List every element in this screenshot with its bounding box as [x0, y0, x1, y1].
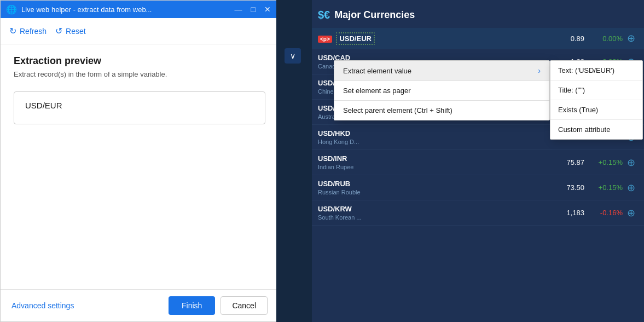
- context-item-label: Set element as pager: [343, 87, 541, 95]
- currency-code: <p> USD/EUR: [318, 34, 546, 43]
- extraction-desc: Extract record(s) in the form of a simpl…: [14, 70, 265, 78]
- advanced-settings-button[interactable]: Advanced settings: [11, 301, 74, 310]
- refresh-icon: ↻: [9, 26, 16, 36]
- minimize-button[interactable]: —: [233, 4, 245, 15]
- panel-chevron[interactable]: ∨: [285, 48, 301, 64]
- context-menu: Extract element value › Set element as p…: [334, 60, 550, 120]
- submenu-item-title[interactable]: Title: (""): [550, 81, 642, 100]
- globe-icon: 🌐: [6, 4, 17, 15]
- currency-icon: $€: [318, 9, 330, 21]
- add-button[interactable]: ⊕: [627, 157, 635, 169]
- currency-change: +0.15%: [584, 183, 623, 192]
- usdeur-code-dotted: USD/EUR: [336, 32, 375, 45]
- finish-button[interactable]: Finish: [169, 296, 215, 315]
- submenu: Text: ('USD/EUR') Title: ("") Exists (Tr…: [550, 60, 643, 140]
- currency-rate: 0.89: [546, 34, 584, 43]
- footer-right: Finish Cancel: [169, 296, 268, 315]
- context-item-label: Extract element value: [343, 67, 538, 75]
- submenu-item-text[interactable]: Text: ('USD/EUR'): [550, 61, 642, 81]
- currency-row-usdkrw[interactable]: USD/KRW South Korean ... 1,183 -0.16% ⊕: [309, 200, 644, 226]
- submenu-arrow-icon: ›: [538, 66, 541, 75]
- add-button[interactable]: ⊕: [627, 32, 635, 44]
- submenu-item-exists[interactable]: Exists (True): [550, 100, 642, 120]
- preview-box: USD/EUR: [14, 91, 265, 124]
- maximize-button[interactable]: □: [249, 4, 258, 15]
- currency-name-col: USD/RUB Russian Rouble: [318, 180, 546, 196]
- add-button[interactable]: ⊕: [627, 207, 635, 219]
- currency-title: Major Currencies: [334, 9, 415, 21]
- currency-change: +0.15%: [584, 158, 623, 166]
- refresh-label: Refresh: [20, 27, 47, 36]
- submenu-item-custom[interactable]: Custom attribute: [550, 120, 642, 139]
- currency-name: Indian Rupee: [318, 164, 546, 170]
- currency-rate: 75.87: [546, 158, 584, 166]
- dialog-title: Live web helper - extract data from web.…: [21, 5, 228, 14]
- cancel-button[interactable]: Cancel: [221, 296, 268, 315]
- currency-change: -0.16%: [584, 209, 623, 217]
- footer-left: Advanced settings: [11, 301, 169, 311]
- preview-value: USD/EUR: [25, 101, 254, 110]
- tag-p: <p>: [318, 36, 332, 43]
- currency-panel: $€ Major Currencies <p> USD/EUR 0.89 0.0…: [309, 0, 644, 322]
- dialog: 🌐 Live web helper - extract data from we…: [0, 0, 279, 322]
- context-menu-item-pager[interactable]: Set element as pager: [334, 81, 549, 101]
- reset-button[interactable]: ↺ Reset: [55, 24, 86, 38]
- currency-code: USD/HKD: [318, 129, 546, 137]
- currency-name: South Korean ...: [318, 214, 546, 221]
- reset-icon: ↺: [55, 26, 62, 36]
- currency-header: $€ Major Currencies: [309, 9, 644, 28]
- currency-name: Hong Kong D...: [318, 139, 546, 145]
- currency-code: USD/INR: [318, 154, 546, 163]
- refresh-button[interactable]: ↻ Refresh: [9, 24, 47, 38]
- currency-row-usdrub[interactable]: USD/RUB Russian Rouble 73.50 +0.15% ⊕: [309, 175, 644, 200]
- context-menu-item-parent[interactable]: Select parent element (Ctrl + Shift): [334, 101, 549, 120]
- currency-name-col: USD/KRW South Korean ...: [318, 205, 546, 221]
- add-button[interactable]: ⊕: [627, 182, 635, 194]
- currency-change: 0.00%: [584, 34, 623, 43]
- currency-code: USD/RUB: [318, 180, 546, 188]
- currency-row-usdinr[interactable]: USD/INR Indian Rupee 75.87 +0.15% ⊕: [309, 150, 644, 175]
- currency-rate: 1,183: [546, 209, 584, 217]
- dialog-footer: Advanced settings Finish Cancel: [1, 289, 279, 321]
- context-item-label: Select parent element (Ctrl + Shift): [343, 106, 541, 114]
- close-button[interactable]: ✕: [262, 4, 273, 15]
- currency-row-usdeur[interactable]: <p> USD/EUR 0.89 0.00% ⊕: [309, 28, 644, 49]
- currency-code: USD/KRW: [318, 205, 546, 213]
- dialog-toolbar: ↻ Refresh ↺ Reset: [1, 18, 279, 44]
- reset-label: Reset: [66, 27, 86, 36]
- currency-name: Russian Rouble: [318, 189, 546, 196]
- context-menu-item-extract[interactable]: Extract element value ›: [334, 61, 549, 81]
- currency-name-col: USD/INR Indian Rupee: [318, 154, 546, 170]
- dialog-content: Extraction preview Extract record(s) in …: [1, 44, 279, 289]
- dialog-titlebar: 🌐 Live web helper - extract data from we…: [1, 1, 279, 18]
- currency-rate: 73.50: [546, 183, 584, 192]
- currency-name-col: USD/HKD Hong Kong D...: [318, 129, 546, 145]
- currency-name-col: <p> USD/EUR: [318, 34, 546, 43]
- titlebar-controls: — □ ✕: [233, 4, 273, 15]
- extraction-title: Extraction preview: [14, 55, 265, 67]
